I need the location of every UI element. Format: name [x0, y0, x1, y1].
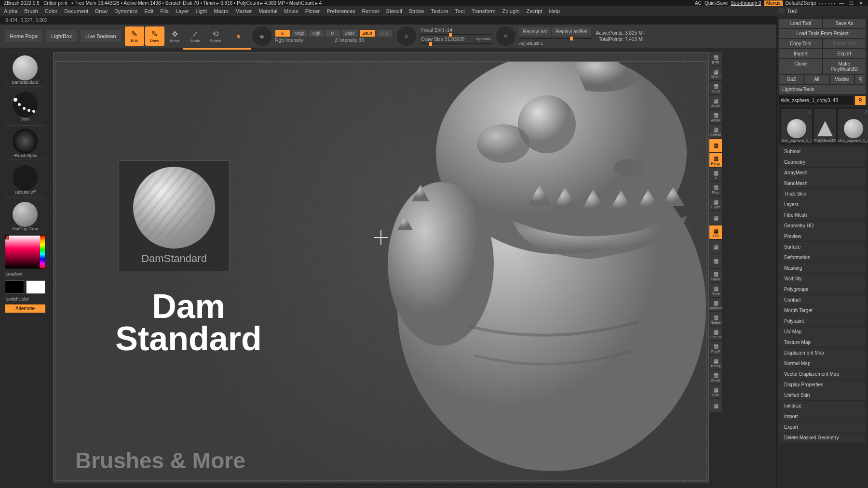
- mrgb-toggle[interactable]: Mrgb: [292, 30, 308, 37]
- focal-shift-dial[interactable]: S: [397, 26, 416, 46]
- mode-rotate[interactable]: ⟲Rotate: [206, 26, 225, 46]
- menu-help[interactable]: Help: [549, 8, 560, 14]
- draw-size-label[interactable]: Draw Size 51.83828: [421, 37, 465, 42]
- goz-all-button[interactable]: All: [804, 75, 828, 84]
- homepage-button[interactable]: Home Page: [5, 30, 42, 42]
- shelf-icon-13[interactable]: ▦: [709, 240, 722, 253]
- minimize-icon[interactable]: —: [838, 0, 845, 6]
- goz-button[interactable]: GoZ: [779, 75, 803, 84]
- shelf-icon-14[interactable]: ▦: [709, 254, 722, 268]
- m-toggle[interactable]: M: [326, 30, 340, 37]
- color-picker[interactable]: [5, 235, 45, 269]
- a-toggle[interactable]: A: [275, 30, 290, 37]
- tool-search-r[interactable]: R: [855, 96, 866, 105]
- paste-tool-button[interactable]: Paste Tool: [823, 39, 866, 48]
- shelf-zoom3d[interactable]: ▦Zoom3D: [709, 298, 722, 311]
- shelf-polyf[interactable]: ▦PolyF: [709, 341, 722, 355]
- menu-layer[interactable]: Layer: [176, 8, 189, 14]
- menu-preferences[interactable]: Preferences: [326, 8, 355, 14]
- accordion-fibermesh[interactable]: FiberMesh: [779, 210, 866, 220]
- menu-dynamics[interactable]: Dynamics: [114, 8, 137, 14]
- load-project-button[interactable]: Load Tools From Project: [779, 29, 866, 38]
- focal-shift-label[interactable]: Focal Shift -14: [421, 27, 452, 33]
- rgb-toggle[interactable]: Rgb: [309, 30, 324, 37]
- shelf-solo[interactable]: ▦Solo: [709, 384, 722, 398]
- menu-stencil[interactable]: Stencil: [386, 8, 402, 14]
- accordion-layers[interactable]: Layers: [779, 199, 866, 210]
- tool-thumb-1[interactable]: PolyMesh3D: [814, 109, 836, 143]
- goz-visible-button[interactable]: Visible: [830, 75, 854, 84]
- accordion-initialize[interactable]: Initialize: [779, 401, 866, 411]
- z-intensity-label[interactable]: Z Intensity 33: [335, 38, 393, 43]
- menu-file[interactable]: File: [160, 8, 169, 14]
- export-button[interactable]: Export: [823, 49, 866, 58]
- zcut-toggle[interactable]: Zcut: [377, 30, 392, 37]
- saveas-button[interactable]: Save As: [823, 19, 866, 28]
- accordion-displacement-map[interactable]: Displacement Map: [779, 348, 866, 358]
- accordion-contact[interactable]: Contact: [779, 295, 866, 305]
- menu-brush[interactable]: Brush: [24, 8, 38, 14]
- menu-tool[interactable]: Tool: [455, 8, 465, 14]
- accordion-thick-skin[interactable]: Thick Skin: [779, 189, 866, 199]
- accordion-unified-skin[interactable]: Unified Skin: [779, 390, 866, 400]
- mode-draw[interactable]: ✎Draw: [145, 26, 164, 46]
- menu-marker[interactable]: Marker: [235, 8, 252, 14]
- sculptris-button[interactable]: ◉: [252, 26, 271, 46]
- shelf-floor[interactable]: ▦Floor: [709, 182, 722, 196]
- goz-r-button[interactable]: R: [855, 75, 866, 84]
- shelf-icon-11[interactable]: ▦: [709, 211, 722, 224]
- tool-thumb-2[interactable]: 7skin_zsphere_1_c: [838, 109, 868, 143]
- tool-search-input[interactable]: [779, 96, 853, 105]
- liveboolean-button[interactable]: Live Boolean: [81, 30, 121, 42]
- rgb-intensity-label[interactable]: Rgb Intensity: [275, 38, 333, 43]
- menu-movie[interactable]: Movie: [284, 8, 298, 14]
- accordion-import[interactable]: Import: [779, 411, 866, 422]
- copy-tool-button[interactable]: Copy Tool: [779, 39, 822, 48]
- menu-transform[interactable]: Transform: [472, 8, 496, 14]
- shelf-move[interactable]: ▦Move: [709, 283, 722, 297]
- accordion-normal-map[interactable]: Normal Map: [779, 358, 866, 369]
- accordion-geometry[interactable]: Geometry: [779, 157, 866, 167]
- shelf-persp[interactable]: ▦Persp: [709, 153, 722, 167]
- accordion-subtool[interactable]: Subtool: [779, 146, 866, 157]
- close-icon[interactable]: ✕: [857, 0, 864, 6]
- shelf-l.sym[interactable]: ▦L.Sym: [709, 197, 722, 210]
- menu-material[interactable]: Material: [258, 8, 277, 14]
- accordion-export[interactable]: Export: [779, 422, 866, 432]
- accordion-morph-target[interactable]: Morph Target: [779, 305, 866, 316]
- draw-size-slider[interactable]: [420, 43, 492, 44]
- accordion-visibility[interactable]: Visibility: [779, 274, 866, 284]
- alternate-button[interactable]: Alternate: [5, 304, 45, 313]
- adjust-last-slider[interactable]: [519, 38, 592, 39]
- shelf-bpr[interactable]: ▦BPR: [709, 52, 722, 66]
- lightbox-button[interactable]: LightBox: [46, 30, 77, 42]
- accordion-nanomesh[interactable]: NanoMesh: [779, 178, 866, 188]
- brush-slot[interactable]: DamStandard: [5, 52, 45, 87]
- shelf-transp[interactable]: ▦Transp: [709, 356, 722, 369]
- accordion-display-properties[interactable]: Display Properties: [779, 380, 866, 390]
- load-tool-button[interactable]: Load Tool: [779, 19, 822, 28]
- accordion-masking[interactable]: Masking: [779, 263, 866, 273]
- quicksave-button[interactable]: QuickSave: [705, 0, 728, 6]
- default-zscript[interactable]: DefaultZScript: [786, 0, 816, 6]
- shelf-rotate[interactable]: ▦Rotate: [709, 312, 722, 326]
- menu-edit[interactable]: Edit: [144, 8, 153, 14]
- gradient-label[interactable]: Gradient: [5, 271, 47, 277]
- accordion-delete-masked-geometry[interactable]: Delete Masked Geometry: [779, 433, 866, 443]
- menu-color[interactable]: Color: [45, 8, 57, 14]
- accordion-deformation[interactable]: Deformation: [779, 252, 866, 263]
- zsub-toggle[interactable]: Zsub: [360, 30, 375, 37]
- stroke-slot[interactable]: Dots: [5, 89, 45, 123]
- menu-macro[interactable]: Macro: [214, 8, 229, 14]
- menu-zplugin[interactable]: Zplugin: [502, 8, 519, 14]
- accordion-texture-map[interactable]: Texture Map: [779, 337, 866, 347]
- shelf-z[interactable]: ▦z: [709, 168, 722, 181]
- mode-scale[interactable]: ⤢Scale: [186, 26, 205, 46]
- makepoly-button[interactable]: Make PolyMesh3D: [823, 59, 866, 74]
- maximize-icon[interactable]: ☐: [848, 0, 854, 6]
- accordion-polypaint[interactable]: Polypaint: [779, 316, 866, 326]
- menu-stroke[interactable]: Stroke: [409, 8, 424, 14]
- menu-texture[interactable]: Texture: [431, 8, 448, 14]
- accordion-polygroups[interactable]: Polygroups: [779, 284, 866, 294]
- shelf-line-fill[interactable]: ▦Line Fill: [709, 327, 722, 340]
